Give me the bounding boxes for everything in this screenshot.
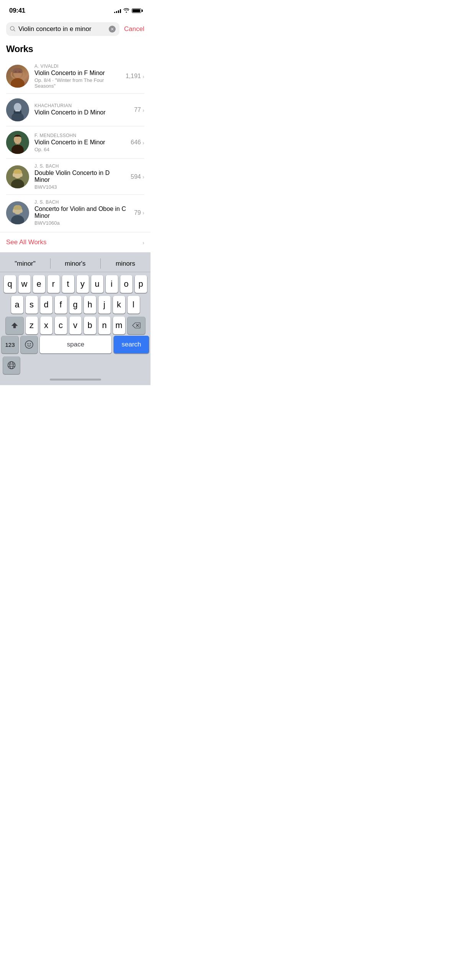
key-row-3: z x c v b n m: [2, 317, 149, 334]
key-d[interactable]: d: [40, 296, 52, 314]
work-item[interactable]: J. S. BACH Concerto for Violin and Oboe …: [6, 195, 144, 230]
svg-line-1: [14, 30, 15, 31]
work-meta: 1,191 ›: [126, 73, 144, 80]
key-row-1: q w e r t y u i o p: [2, 275, 149, 293]
composer-name: KHACHATURIAN: [34, 103, 129, 108]
autocomplete-option-2[interactable]: minor's: [50, 255, 100, 272]
home-indicator: [50, 379, 101, 381]
key-l[interactable]: l: [128, 296, 140, 314]
work-subtitle: BWV1060a: [34, 220, 129, 226]
work-item[interactable]: F. MENDELSSOHN Violin Concerto in E Mino…: [6, 126, 144, 159]
key-g[interactable]: g: [69, 296, 82, 314]
works-heading: Works: [0, 41, 150, 59]
search-key[interactable]: search: [114, 336, 149, 353]
svg-point-23: [13, 209, 15, 213]
work-title: Violin Concerto in E Minor: [34, 139, 125, 146]
key-r[interactable]: r: [47, 275, 60, 293]
key-y[interactable]: y: [77, 275, 89, 293]
key-k[interactable]: k: [113, 296, 125, 314]
svg-rect-11: [15, 111, 20, 111]
key-a[interactable]: a: [11, 296, 23, 314]
key-c[interactable]: c: [55, 317, 67, 334]
search-bar-container: Violin concerto in e minor Cancel: [0, 19, 150, 41]
numbers-key[interactable]: 123: [2, 336, 18, 353]
key-i[interactable]: i: [106, 275, 118, 293]
chevron-right-icon: ›: [142, 73, 144, 80]
status-bar: 09:41: [0, 0, 150, 19]
key-p[interactable]: p: [135, 275, 147, 293]
work-count: 1,191: [126, 73, 141, 80]
see-all-chevron-icon: ›: [142, 239, 144, 246]
delete-key[interactable]: [128, 317, 145, 334]
work-meta: 646 ›: [131, 139, 144, 146]
composer-name: A. VIVALDI: [34, 64, 120, 69]
work-info: A. VIVALDI Violin Concerto in F Minor Op…: [34, 64, 120, 89]
work-item[interactable]: A. VIVALDI Violin Concerto in F Minor Op…: [6, 59, 144, 94]
chevron-right-icon: ›: [142, 209, 144, 216]
work-subtitle: BWV1043: [34, 184, 125, 190]
work-item[interactable]: J. S. BACH Double Violin Concerto in D M…: [6, 159, 144, 195]
see-all-works-link[interactable]: See All Works ›: [0, 232, 150, 252]
emoji-key[interactable]: [21, 336, 38, 353]
chevron-right-icon: ›: [142, 139, 144, 146]
search-icon: [10, 26, 15, 33]
autocomplete-option-1[interactable]: "minor": [0, 255, 50, 272]
composer-name: J. S. BACH: [34, 163, 125, 169]
work-info: J. S. BACH Double Violin Concerto in D M…: [34, 163, 125, 190]
work-title: Violin Concerto in D Minor: [34, 109, 129, 116]
svg-point-31: [10, 362, 13, 369]
key-f[interactable]: f: [55, 296, 67, 314]
key-w[interactable]: w: [18, 275, 31, 293]
autocomplete-option-3[interactable]: minors: [100, 255, 150, 272]
search-input[interactable]: Violin concerto in e minor: [18, 25, 106, 33]
composer-name: J. S. BACH: [34, 199, 129, 205]
svg-point-24: [20, 209, 23, 213]
cancel-button[interactable]: Cancel: [124, 25, 144, 33]
wifi-icon: [123, 8, 129, 14]
work-count: 79: [134, 209, 141, 216]
key-x[interactable]: x: [40, 317, 52, 334]
space-key[interactable]: space: [40, 336, 111, 353]
key-row-2: a s d f g h j k l: [2, 296, 149, 314]
key-q[interactable]: q: [4, 275, 16, 293]
keyboard-area: "minor" minor's minors q w e r t y u i o…: [0, 252, 150, 385]
work-info: J. S. BACH Concerto for Violin and Oboe …: [34, 199, 129, 226]
avatar: [6, 98, 29, 121]
work-subtitle: Op. 64: [34, 147, 125, 152]
svg-point-18: [13, 173, 15, 177]
home-indicator-area: [0, 376, 150, 385]
work-title: Violin Concerto in F Minor: [34, 70, 120, 77]
svg-point-19: [20, 173, 23, 177]
key-o[interactable]: o: [120, 275, 132, 293]
work-item[interactable]: KHACHATURIAN Violin Concerto in D Minor …: [6, 94, 144, 126]
globe-key[interactable]: [3, 356, 20, 374]
key-n[interactable]: n: [98, 317, 111, 334]
work-title: Concerto for Violin and Oboe in C Minor: [34, 206, 129, 219]
svg-point-29: [30, 343, 31, 345]
work-info: F. MENDELSSOHN Violin Concerto in E Mino…: [34, 133, 125, 152]
work-count: 77: [134, 106, 141, 113]
key-t[interactable]: t: [62, 275, 74, 293]
key-b[interactable]: b: [84, 317, 96, 334]
key-m[interactable]: m: [113, 317, 125, 334]
svg-point-27: [25, 341, 33, 348]
work-title: Double Violin Concerto in D Minor: [34, 170, 125, 183]
key-v[interactable]: v: [69, 317, 82, 334]
work-count: 594: [131, 173, 141, 180]
keyboard-rows: q w e r t y u i o p a s d f g h j k l: [0, 272, 150, 336]
svg-point-8: [14, 103, 21, 111]
key-u[interactable]: u: [91, 275, 103, 293]
key-z[interactable]: z: [26, 317, 38, 334]
key-e[interactable]: e: [33, 275, 45, 293]
work-meta: 594 ›: [131, 173, 144, 180]
key-s[interactable]: s: [26, 296, 38, 314]
shift-key[interactable]: [6, 317, 23, 334]
key-j[interactable]: j: [98, 296, 111, 314]
chevron-right-icon: ›: [142, 173, 144, 180]
key-h[interactable]: h: [84, 296, 96, 314]
svg-point-28: [28, 343, 29, 345]
clear-button[interactable]: [109, 26, 116, 33]
status-time: 09:41: [9, 7, 25, 15]
svg-point-30: [8, 362, 15, 369]
search-input-wrapper[interactable]: Violin concerto in e minor: [6, 22, 119, 36]
